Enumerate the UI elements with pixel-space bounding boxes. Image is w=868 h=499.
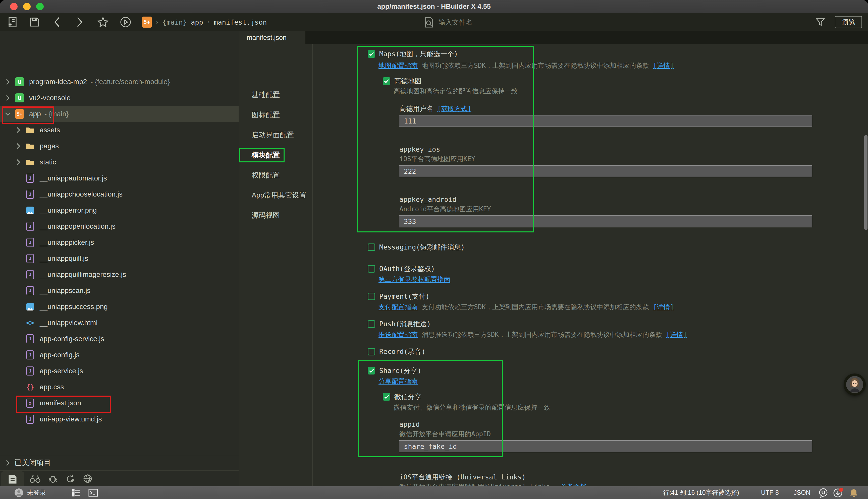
appid-input[interactable] [399,440,812,452]
payment-checkbox[interactable] [368,293,375,300]
messaging-row: Messaging(短彩邮件消息) [368,242,465,252]
appid-label-row: appid [399,420,420,429]
universal-links-doc-link[interactable]: 参考文档 [560,482,587,486]
tree-project-vu2-vconsole[interactable]: u vu2-vconsole [0,90,239,106]
maximize-window-button[interactable] [36,3,44,10]
tree-file[interactable]: J uni-app-view.umd.js [0,411,264,427]
project-explorer: u program-idea-mp2 - {feature/search-mod… [0,31,239,486]
tree-file-manifest[interactable]: ⚙ manifest.json [0,395,264,411]
breadcrumb-project[interactable]: app [191,18,203,26]
run-icon[interactable] [118,13,134,31]
maps-guide-link[interactable]: 地图配置指南 [378,61,418,70]
debug-bug-icon[interactable] [45,471,60,487]
gaode-user-howto-link[interactable]: [获取方式] [437,104,471,113]
login-status[interactable]: 未登录 [27,486,46,499]
back-icon[interactable] [50,13,65,31]
close-window-button[interactable] [10,3,17,10]
nav-item-basic[interactable]: 基础配置 [239,88,312,102]
quick-open-search[interactable] [424,16,565,28]
payment-guide-link[interactable]: 支付配置指南 [378,302,418,312]
payment-detail-link[interactable]: [详情] [653,302,674,312]
minimize-window-button[interactable] [23,3,31,10]
appkey-ios-input[interactable] [399,165,812,177]
messaging-checkbox[interactable] [368,243,375,251]
share-checkbox[interactable] [368,367,375,375]
explorer-tab[interactable] [1,471,24,487]
tree-file[interactable]: J __uniappquillimageresize.js [0,267,264,283]
tree-file[interactable]: J app-service.js [0,363,264,379]
wechat-share-desc-row: 微信支付、微信分享和微信登录的配置信息应保持一致 [394,403,550,412]
chevron-right-icon[interactable] [15,143,22,149]
update-available-icon[interactable] [833,486,843,499]
tree-file[interactable]: J __uniappautomator.js [0,170,264,186]
notification-bell-icon[interactable] [849,486,858,499]
forward-icon[interactable] [72,13,87,31]
sync-refresh-icon[interactable] [63,471,78,487]
chevron-right-icon[interactable] [4,78,11,85]
tree-file[interactable]: __uniapperror.png [0,202,264,218]
terminal-icon[interactable] [88,486,98,499]
search-input[interactable] [438,18,544,27]
oauth-guide-link[interactable]: 第三方登录鉴权配置指南 [378,275,450,284]
user-account-icon[interactable] [14,486,24,499]
share-guide-link[interactable]: 分享配置指南 [378,377,418,386]
js-file-icon: J [25,254,35,263]
tree-file[interactable]: J __uniappquill.js [0,251,264,267]
nav-item-icon[interactable]: 图标配置 [239,108,312,122]
nav-item-source-view[interactable]: 源码视图 [239,208,312,222]
breadcrumb-branch[interactable]: {main} [162,18,187,26]
tree-folder-assets[interactable]: assets [0,122,254,138]
record-checkbox[interactable] [368,348,375,355]
wechat-share-checkbox[interactable] [383,393,390,401]
tree-file[interactable]: <> __uniappview.html [0,315,264,331]
payment-label: Payment(支付) [379,292,430,301]
nav-item-splash[interactable]: 启动界面配置 [239,128,312,142]
tree-file[interactable]: J app-config.js [0,347,264,363]
encoding-indicator[interactable]: UTF-8 [761,486,779,499]
bookmark-star-icon[interactable] [95,13,111,31]
nav-item-app-other[interactable]: App常用其它设置 [239,188,312,202]
chevron-right-icon[interactable] [15,159,22,166]
search-binoculars-icon[interactable] [28,471,43,487]
push-guide-link[interactable]: 推送配置指南 [378,330,418,339]
preview-button[interactable]: 预览 [835,16,862,28]
push-checkbox[interactable] [368,320,375,328]
search-file-icon [424,17,434,28]
filter-icon[interactable] [813,13,828,31]
gaode-user-input[interactable] [399,115,812,127]
assistant-avatar[interactable] [844,374,866,395]
chevron-right-icon[interactable] [4,95,11,101]
tree-file[interactable]: {} app.css [0,379,264,395]
tab-manifest-json[interactable]: manifest.json [239,31,305,44]
breadcrumb-file[interactable]: manifest.json [214,18,267,26]
vertical-scrollbar[interactable] [864,135,868,230]
tree-project-program-idea-mp2[interactable]: u program-idea-mp2 - {feature/search-mod… [0,74,239,90]
cursor-position[interactable]: 行:41 列:16 (10字符被选择) [663,486,739,499]
syntax-indicator[interactable]: JSON [794,486,810,499]
tree-file[interactable]: J __uniappscan.js [0,283,264,299]
save-icon[interactable] [27,13,42,31]
tree-file[interactable]: J app-config-service.js [0,331,264,347]
uni-message-icon[interactable] [818,486,828,499]
tree-project-app[interactable]: 5+ app - {main} [0,106,239,122]
oauth-checkbox[interactable] [368,265,375,272]
nav-item-permissions[interactable]: 权限配置 [239,168,312,182]
tree-file[interactable]: J __uniappchooselocation.js [0,186,264,202]
new-project-icon[interactable] [5,13,20,31]
closed-projects-section[interactable]: 已关闭项目 [0,455,239,471]
tree-item-label: __uniappautomator.js [40,174,107,182]
web-globe-icon[interactable] [80,471,95,487]
gaode-map-checkbox[interactable] [383,77,390,85]
tree-file[interactable]: J __uniappopenlocation.js [0,218,264,234]
tree-folder-pages[interactable]: pages [0,138,254,154]
chevron-down-icon[interactable] [4,112,11,116]
maps-detail-link[interactable]: [详情] [653,61,674,70]
outline-list-icon[interactable] [72,486,81,499]
maps-checkbox[interactable] [368,50,375,58]
chevron-right-icon[interactable] [15,127,22,133]
tree-file[interactable]: __uniappsuccess.png [0,299,264,315]
appkey-android-input[interactable] [399,215,812,228]
tree-file[interactable]: J __uniapppicker.js [0,234,264,251]
tree-folder-static[interactable]: static [0,154,254,170]
push-detail-link[interactable]: [详情] [666,330,687,339]
